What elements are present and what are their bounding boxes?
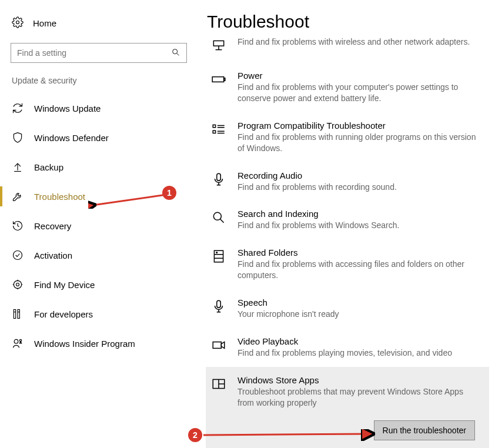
wrench-icon xyxy=(12,190,24,202)
sidebar-item-label: Windows Update xyxy=(34,103,101,113)
troubleshoot-item-shared-folders[interactable]: Shared Folders Find and fix problems wit… xyxy=(206,239,489,289)
battery-icon xyxy=(210,72,227,88)
gear-icon xyxy=(12,16,24,30)
sidebar-item-recovery[interactable]: Recovery xyxy=(0,211,206,240)
ts-title: Power xyxy=(238,71,479,81)
svg-rect-12 xyxy=(213,41,223,46)
ts-desc: Find and fix problems with accessing fil… xyxy=(238,259,479,281)
svg-point-3 xyxy=(14,251,22,260)
ts-desc: Find and fix problems with running older… xyxy=(238,132,479,154)
video-icon xyxy=(210,337,227,354)
svg-line-2 xyxy=(177,53,179,55)
sidebar-item-label: Windows Insider Program xyxy=(34,339,135,349)
ts-title: Recording Audio xyxy=(238,170,479,180)
svg-point-10 xyxy=(14,339,18,343)
svg-rect-35 xyxy=(213,342,221,349)
ts-desc: Your microphone isn't ready xyxy=(238,309,479,320)
svg-point-5 xyxy=(14,280,21,288)
svg-rect-16 xyxy=(224,78,225,81)
ts-desc: Find and fix problems with wireless and … xyxy=(238,36,479,48)
svg-point-31 xyxy=(216,252,218,253)
troubleshoot-item-speech[interactable]: Speech Your microphone isn't ready xyxy=(206,289,489,328)
ts-title: Shared Folders xyxy=(238,248,479,258)
microphone-icon xyxy=(210,299,227,315)
run-troubleshooter-button[interactable]: Run the troubleshooter xyxy=(374,420,475,440)
svg-rect-6 xyxy=(14,310,15,319)
annotation-badge-2: 2 xyxy=(188,428,202,442)
sidebar-item-windows-insider[interactable]: Windows Insider Program xyxy=(0,329,206,358)
list-icon xyxy=(210,122,227,138)
svg-line-39 xyxy=(93,194,170,205)
sidebar-item-label: Windows Defender xyxy=(34,133,109,143)
sidebar-home[interactable]: Home xyxy=(0,16,206,43)
ts-title: Search and Indexing xyxy=(238,209,479,219)
svg-rect-15 xyxy=(212,77,224,82)
ts-title: Program Compatibility Troubleshooter xyxy=(238,121,479,131)
svg-rect-7 xyxy=(18,310,19,319)
apps-icon xyxy=(210,376,227,393)
ts-title: Speech xyxy=(238,297,479,307)
svg-rect-23 xyxy=(217,173,221,180)
svg-rect-17 xyxy=(213,125,215,127)
history-icon xyxy=(12,220,24,232)
location-icon xyxy=(12,279,24,290)
ts-title: Windows Store Apps xyxy=(238,375,479,385)
sidebar-item-label: Activation xyxy=(34,250,72,260)
insider-icon xyxy=(12,337,24,349)
search-icon xyxy=(210,210,227,226)
home-label: Home xyxy=(33,18,56,28)
ts-desc: Find and fix problems with recording sou… xyxy=(238,182,479,193)
sidebar-item-windows-defender[interactable]: Windows Defender xyxy=(0,123,206,152)
ts-title: Video Playback xyxy=(238,336,479,346)
sync-icon xyxy=(12,102,24,114)
svg-line-40 xyxy=(203,434,372,435)
sidebar-item-find-my-device[interactable]: Find My Device xyxy=(0,270,206,299)
sidebar: Home Update & security Windows Update Wi… xyxy=(0,0,206,448)
network-adapter-icon xyxy=(210,38,227,54)
main-content: Troubleshoot Network Adapter Find and fi… xyxy=(206,0,495,448)
ts-desc: Troubleshoot problems that may prevent W… xyxy=(238,386,479,409)
sidebar-item-windows-update[interactable]: Windows Update xyxy=(0,93,206,123)
sidebar-item-label: Find My Device xyxy=(34,280,95,290)
sidebar-item-label: For developers xyxy=(34,309,93,319)
sidebar-item-label: Backup xyxy=(34,162,63,172)
microphone-icon xyxy=(210,172,227,188)
developers-icon xyxy=(12,308,24,320)
svg-point-26 xyxy=(213,213,221,220)
svg-rect-32 xyxy=(217,300,221,307)
search-icon xyxy=(171,48,180,59)
search-input[interactable] xyxy=(17,48,171,58)
sidebar-item-backup[interactable]: Backup xyxy=(0,152,206,182)
troubleshoot-item-video-playback[interactable]: Video Playback Find and fix problems pla… xyxy=(206,328,489,367)
troubleshoot-item-program-compatibility[interactable]: Program Compatibility Troubleshooter Fin… xyxy=(206,112,489,162)
check-circle-icon xyxy=(12,249,24,261)
svg-line-27 xyxy=(220,219,224,223)
troubleshoot-item-search-indexing[interactable]: Search and Indexing Find and fix problem… xyxy=(206,200,489,239)
svg-rect-28 xyxy=(214,251,223,263)
page-title: Troubleshoot xyxy=(207,12,489,32)
ts-desc: Find and fix problems with your computer… xyxy=(238,82,479,104)
sidebar-category: Update & security xyxy=(0,76,206,93)
troubleshoot-item-recording-audio[interactable]: Recording Audio Find and fix problems wi… xyxy=(206,162,489,201)
sidebar-item-label: Troubleshoot xyxy=(34,192,85,202)
shield-icon xyxy=(12,132,24,143)
sidebar-item-activation[interactable]: Activation xyxy=(0,240,206,270)
svg-rect-20 xyxy=(213,131,215,133)
troubleshoot-item-network-adapter[interactable]: Network Adapter Find and fix problems wi… xyxy=(206,35,489,62)
sidebar-item-label: Recovery xyxy=(34,221,71,231)
annotation-arrow-2 xyxy=(201,429,377,441)
troubleshoot-item-power[interactable]: Power Find and fix problems with your co… xyxy=(206,62,489,112)
svg-point-0 xyxy=(16,21,19,24)
annotation-badge-1: 1 xyxy=(162,186,176,200)
svg-point-4 xyxy=(16,283,19,286)
svg-point-1 xyxy=(173,49,178,54)
upload-icon xyxy=(12,161,24,173)
search-input-wrap[interactable] xyxy=(11,43,187,63)
sidebar-item-for-developers[interactable]: For developers xyxy=(0,299,206,329)
ts-desc: Find and fix problems with Windows Searc… xyxy=(238,220,479,231)
server-icon xyxy=(210,249,227,265)
ts-desc: Find and fix problems playing movies, te… xyxy=(238,347,479,359)
